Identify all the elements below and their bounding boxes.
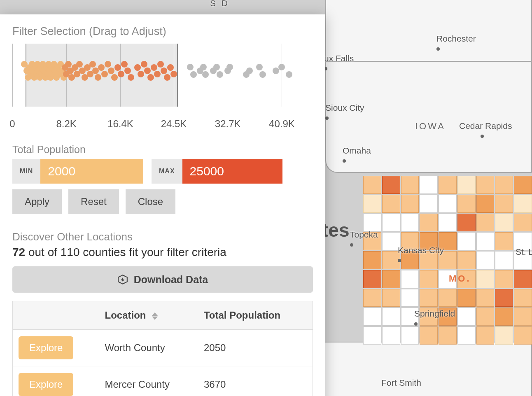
col-location[interactable]: Location: [99, 301, 198, 330]
col-population[interactable]: Total Population: [198, 301, 313, 330]
apply-button[interactable]: Apply: [12, 189, 62, 214]
discover-title: Discover Other Locations: [12, 231, 313, 243]
city-label: Springfield: [414, 309, 455, 328]
city-label: Sioux City: [325, 103, 364, 123]
state-label: IOWA: [415, 121, 446, 132]
country-label-fragment: tes: [322, 219, 349, 241]
axis-tick: 8.2K: [56, 118, 77, 130]
filter-title: Filter Selection (Drag to Adjust): [12, 25, 313, 38]
city-label: Fort Smith: [381, 378, 421, 388]
axis-tick: 40.9K: [269, 118, 295, 130]
close-button[interactable]: Close: [126, 189, 175, 214]
filter-panel: Filter Selection (Drag to Adjust) 08.2K1…: [0, 14, 325, 396]
min-input-group: MIN 2000: [12, 159, 143, 184]
max-input-group: MAX 25000: [152, 159, 282, 184]
max-label: MAX: [152, 159, 182, 184]
city-label: Cedar Rapids: [459, 121, 512, 141]
city-label: Topeka: [350, 230, 378, 249]
cell-population: 2050: [198, 330, 313, 366]
discover-summary: 72 out of 110 counties fit your filter c…: [12, 246, 313, 259]
table-row: ExploreWorth County2050: [13, 330, 313, 366]
reset-button[interactable]: Reset: [68, 189, 119, 214]
max-input[interactable]: 25000: [182, 159, 282, 184]
explore-button[interactable]: Explore: [19, 336, 73, 359]
total-population-label: Total Population: [12, 144, 313, 156]
min-input[interactable]: 2000: [40, 159, 143, 184]
city-label: ux Falls: [324, 54, 354, 73]
cell-location: Mercer County: [99, 366, 198, 396]
explore-button[interactable]: Explore: [19, 373, 73, 396]
city-label: S D: [210, 0, 229, 8]
table-row: ExploreMercer County3670: [13, 366, 313, 396]
axis-tick: 32.7K: [215, 118, 241, 130]
cell-location: Worth County: [99, 330, 198, 366]
axis-tick: 0: [9, 118, 15, 130]
filter-handle-max[interactable]: [177, 44, 178, 107]
state-label: MO.: [449, 273, 471, 284]
results-table: Location Total Population ExploreWorth C…: [12, 301, 313, 396]
city-label: St. L: [516, 247, 532, 257]
axis-tick: 24.5K: [161, 118, 187, 130]
download-icon: [117, 274, 128, 285]
city-label: Rochester: [436, 34, 476, 54]
sort-icon[interactable]: [152, 312, 158, 320]
state-region: [325, 0, 532, 62]
city-label: Kansas City: [398, 245, 444, 265]
axis-tick: 16.4K: [107, 118, 133, 130]
filter-dot-chart[interactable]: [12, 44, 313, 116]
city-label: Omaha: [343, 146, 371, 165]
min-label: MIN: [12, 159, 40, 184]
cell-population: 3670: [198, 366, 313, 396]
download-data-button[interactable]: Download Data: [12, 266, 313, 293]
